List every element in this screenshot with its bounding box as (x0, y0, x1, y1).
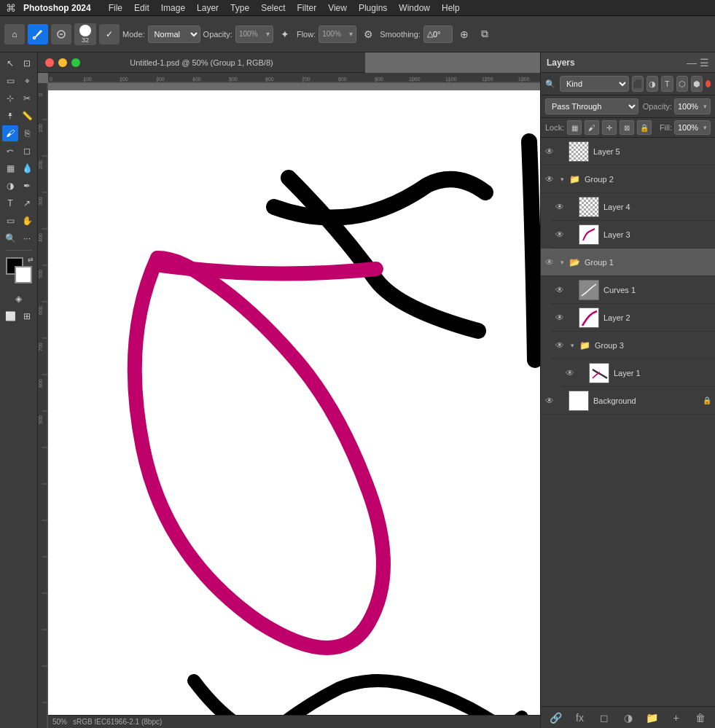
screen-mode-button[interactable]: ⬜ (2, 308, 18, 324)
filter-type-select[interactable]: Kind Name Effect Mode Attribute Color Sm… (560, 76, 629, 92)
layer1-visibility[interactable]: 👁 (564, 367, 576, 379)
background-color[interactable] (15, 266, 32, 283)
group1-visibility[interactable]: 👁 (544, 257, 555, 268)
add-folder-button[interactable]: 📁 (644, 709, 661, 727)
crop-tool[interactable]: ⊹ (2, 90, 18, 106)
group3-visibility[interactable]: 👁 (554, 340, 566, 351)
layer-item-layer2[interactable]: 👁 Layer 2 (551, 304, 715, 332)
add-link-button[interactable]: 🔗 (547, 709, 565, 727)
maximize-button[interactable] (71, 58, 80, 67)
add-mask-button[interactable]: ◻ (595, 709, 613, 727)
history-brush-tool[interactable]: ⤺ (2, 143, 18, 159)
layer-item-background[interactable]: 👁 Background 🔒 (541, 387, 715, 415)
airbrush-button[interactable]: ✦ (276, 26, 294, 43)
canvas-viewport[interactable] (48, 83, 540, 728)
menu-edit[interactable]: Edit (128, 3, 155, 13)
text-tool[interactable]: T (2, 195, 18, 211)
layer4-visibility[interactable]: 👁 (554, 201, 566, 213)
group2-visibility[interactable]: 👁 (544, 173, 555, 185)
background-visibility[interactable]: 👁 (544, 395, 555, 407)
filter-pixel-button[interactable]: ⬛ (632, 76, 644, 92)
delete-layer-button[interactable]: 🗑 (692, 709, 709, 727)
rectangle-tool[interactable]: ▭ (2, 213, 18, 229)
layer-item-layer5[interactable]: 👁 Layer 5 (541, 138, 715, 165)
lasso-tool[interactable]: ⌖ (19, 73, 35, 89)
blur-tool[interactable]: 💧 (19, 160, 35, 176)
group2-expand[interactable]: ▾ (558, 175, 566, 184)
layers-menu-button[interactable]: ☰ (700, 57, 709, 69)
layer-item-group1[interactable]: 👁 ▾ 📂 Group 1 (541, 248, 715, 276)
filter-adjust-button[interactable]: ◑ (646, 76, 658, 92)
menu-window[interactable]: Window (393, 3, 436, 13)
menu-type[interactable]: Type (224, 3, 255, 13)
marquee-tool[interactable]: ▭ (2, 73, 18, 89)
add-fx-button[interactable]: fx (571, 709, 589, 727)
brush-tool-button[interactable] (28, 24, 48, 44)
filter-shape-button[interactable]: ⬡ (676, 76, 688, 92)
group1-expand[interactable]: ▾ (558, 258, 566, 267)
hand-tool[interactable]: ✋ (19, 213, 35, 229)
layer5-visibility[interactable]: 👁 (544, 146, 555, 157)
zoom-tool[interactable]: 🔍 (2, 230, 18, 246)
lock-position-button[interactable]: ✛ (602, 120, 617, 135)
swap-colors-button[interactable]: ⇄ (28, 256, 34, 263)
close-button[interactable] (45, 58, 54, 67)
dodge-tool[interactable]: ◑ (2, 178, 18, 194)
angle-value[interactable]: △ 0° (423, 26, 453, 43)
home-button[interactable]: ⌂ (4, 24, 25, 44)
layer-item-layer1[interactable]: 👁 Layer 1 (561, 359, 715, 387)
ruler-tool[interactable]: 📏 (19, 108, 35, 124)
opacity-value[interactable]: 100% ▾ (235, 26, 273, 43)
gradient-tool[interactable]: ▦ (2, 160, 18, 176)
tool-extra-button[interactable]: ⧉ (476, 26, 493, 43)
clone-tool[interactable]: ⎘ (19, 125, 35, 141)
opacity-input[interactable]: 100% ▾ (674, 98, 711, 114)
curves1-visibility[interactable]: 👁 (554, 284, 566, 296)
menu-select[interactable]: Select (255, 3, 291, 13)
menu-image[interactable]: Image (155, 3, 191, 13)
layer-item-group2[interactable]: 👁 ▾ 📁 Group 2 (541, 165, 715, 193)
menu-layer[interactable]: Layer (191, 3, 224, 13)
minimize-button[interactable] (58, 58, 67, 67)
layer3-visibility[interactable]: 👁 (554, 229, 566, 240)
lock-transparent-button[interactable]: ▦ (567, 120, 582, 135)
fill-input[interactable]: 100% ▾ (674, 120, 711, 135)
artboard-tool[interactable]: ⊡ (19, 55, 35, 71)
symmetry-button[interactable]: ⊕ (456, 26, 473, 43)
filter-smart-button[interactable]: ⬢ (691, 76, 703, 92)
eyedropper-tool[interactable]: 🖈 (2, 108, 18, 124)
mode-select[interactable]: Normal Dissolve Multiply Screen (148, 26, 200, 43)
menu-filter[interactable]: Filter (291, 3, 322, 13)
flow-value[interactable]: 100% ▾ (319, 26, 356, 43)
group3-expand[interactable]: ▾ (568, 341, 577, 350)
layer-item-layer4[interactable]: 👁 Layer 4 (551, 193, 715, 221)
layers-collapse-button[interactable]: — (687, 57, 697, 69)
tool-check-button[interactable]: ✓ (99, 24, 120, 44)
add-layer-button[interactable]: + (668, 709, 685, 727)
extra-tool[interactable]: ··· (19, 230, 35, 246)
menu-view[interactable]: View (322, 3, 353, 13)
layer-item-curves1[interactable]: 👁 Curves 1 (551, 276, 715, 304)
quick-mask-button[interactable]: ◈ (11, 291, 27, 307)
eraser-tool[interactable]: ◻ (19, 143, 35, 159)
brush-size-box[interactable]: 32 (74, 23, 96, 45)
blend-mode-select[interactable]: Pass Through Normal Dissolve Multiply (545, 98, 638, 114)
layer2-visibility[interactable]: 👁 (554, 312, 566, 324)
filter-type-button[interactable]: T (661, 76, 673, 92)
pressure-button[interactable] (51, 24, 71, 44)
layer-item-group3[interactable]: 👁 ▾ 📁 Group 3 (551, 332, 715, 359)
add-adjustment-button[interactable]: ◑ (620, 709, 637, 727)
brush-tool[interactable]: 🖌 (2, 125, 18, 141)
layout-button[interactable]: ⊞ (19, 308, 35, 324)
path-select-tool[interactable]: ↗ (19, 195, 35, 211)
pen-tool[interactable]: ✒ (19, 178, 35, 194)
smoothing-icon[interactable]: ⚙ (359, 26, 377, 43)
lock-all-button[interactable]: 🔒 (637, 120, 652, 135)
layer-item-layer3[interactable]: 👁 Layer 3 (551, 221, 715, 248)
menu-file[interactable]: File (103, 3, 128, 13)
menu-plugins[interactable]: Plugins (353, 3, 393, 13)
lock-artboard-button[interactable]: ⊠ (620, 120, 634, 135)
move-tool[interactable]: ↖ (2, 55, 18, 71)
menu-help[interactable]: Help (436, 3, 466, 13)
lock-image-button[interactable]: 🖌 (585, 120, 599, 135)
